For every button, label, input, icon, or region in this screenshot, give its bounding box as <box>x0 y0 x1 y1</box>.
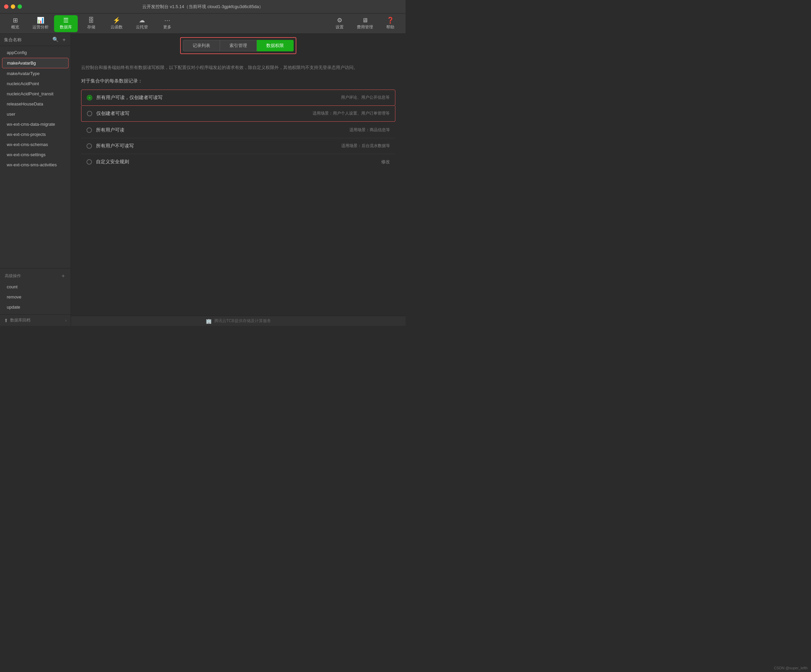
toolbar-database[interactable]: ☰ 数据库 <box>54 15 78 32</box>
maximize-button[interactable] <box>18 4 22 9</box>
tab-data-permission[interactable]: 数据权限 <box>257 40 294 51</box>
help-icon: ❓ <box>387 17 394 23</box>
permission-label-2: 所有用户可读 <box>96 127 350 133</box>
tcb-logo-icon: 🏢 <box>206 318 212 324</box>
toolbar-analytics-label: 运营分析 <box>32 24 49 30</box>
toolbar-database-label: 数据库 <box>60 24 72 30</box>
cloudhosting-icon: ☁ <box>139 17 145 23</box>
permission-none[interactable]: 所有用户不可读写 适用场景：后台流水数据等 <box>81 138 395 154</box>
sidebar-item-makeAvatarBg[interactable]: makeAvatarBg <box>2 58 69 68</box>
sidebar: 集合名称 🔍 ＋ appConfig makeAvatarBg makeAvat… <box>0 34 71 326</box>
toolbar-cloudhosting[interactable]: ☁ 云托管 <box>130 15 154 32</box>
sidebar-item-user[interactable]: user <box>2 109 69 119</box>
archive-icon: ⬆ <box>4 318 8 323</box>
toolbar-more[interactable]: ⋯ 更多 <box>155 15 179 32</box>
radio-custom <box>87 159 92 165</box>
window-controls <box>4 4 22 9</box>
toolbar: ⊞ 概览 📊 运营分析 ☰ 数据库 🗄 存储 ⚡ 云函数 ☁ 云托管 ⋯ 更多 … <box>0 14 406 34</box>
sidebar-advanced-header: 高级操作 ＋ <box>0 270 71 282</box>
toolbar-storage-label: 存储 <box>87 24 95 30</box>
toolbar-billing[interactable]: 🖥 费用管理 <box>353 15 377 32</box>
permission-label-3: 所有用户不可读写 <box>96 143 341 149</box>
add-collection-icon[interactable]: ＋ <box>61 37 66 43</box>
toolbar-overview[interactable]: ⊞ 概览 <box>3 15 27 32</box>
sidebar-collection-list: appConfig makeAvatarBg makeAvatarType nu… <box>0 46 71 268</box>
sidebar-footer-text: ⬆ 数据库回档 <box>4 317 31 323</box>
toolbar-cloudfunc-label: 云函数 <box>110 24 123 30</box>
permission-hint-3: 适用场景：后台流水数据等 <box>341 143 390 149</box>
permission-hint-1: 适用场景：用户个人设置、用户订单管理等 <box>312 110 390 116</box>
radio-none <box>87 143 92 149</box>
permission-creator-only[interactable]: 仅创建者可读写 适用场景：用户个人设置、用户订单管理等 <box>81 106 395 122</box>
section-label: 对于集合中的每条数据记录： <box>81 78 395 84</box>
sidebar-item-wx-ext-cms-data-migrate[interactable]: wx-ext-cms-data-migrate <box>2 119 69 129</box>
footer-text: 腾讯云TCB提供存储及计算服务 <box>214 318 271 324</box>
sidebar-item-wx-ext-cms-schemas[interactable]: wx-ext-cms-schemas <box>2 139 69 149</box>
sidebar-advanced-section: 高级操作 ＋ count remove update <box>0 268 71 314</box>
radio-all-read-creator-write <box>87 95 92 100</box>
chevron-right-icon: › <box>65 318 66 323</box>
analytics-icon: 📊 <box>37 17 44 23</box>
toolbar-right: ⚙ 设置 🖥 费用管理 ❓ 帮助 <box>328 15 402 32</box>
radio-creator-only <box>87 111 92 116</box>
sidebar-advanced-update[interactable]: update <box>2 302 69 312</box>
database-icon: ☰ <box>63 17 69 23</box>
toolbar-settings[interactable]: ⚙ 设置 <box>328 15 351 32</box>
toolbar-more-label: 更多 <box>163 24 171 30</box>
sidebar-item-wx-ext-cms-sms-activities[interactable]: wx-ext-cms-sms-activities <box>2 160 69 170</box>
toolbar-storage[interactable]: 🗄 存储 <box>80 15 103 32</box>
sidebar-item-nucleicAcidPoint[interactable]: nucleicAcidPoint <box>2 79 69 88</box>
sidebar-header: 集合名称 🔍 ＋ <box>0 34 71 46</box>
search-icon[interactable]: 🔍 <box>53 37 59 43</box>
sidebar-item-wx-ext-cms-settings[interactable]: wx-ext-cms-settings <box>2 150 69 160</box>
main-layout: 集合名称 🔍 ＋ appConfig makeAvatarBg makeAvat… <box>0 34 406 326</box>
toolbar-overview-label: 概览 <box>11 24 19 30</box>
settings-icon: ⚙ <box>337 17 342 23</box>
more-icon: ⋯ <box>164 17 170 23</box>
add-advanced-icon[interactable]: ＋ <box>61 272 66 280</box>
sidebar-item-appConfig[interactable]: appConfig <box>2 48 69 58</box>
content-body: 云控制台和服务端始终有所有数据读写权限，以下配置仅对小程序端发起的请求有效，除自… <box>71 58 406 316</box>
tab-highlight-box: 记录列表 索引管理 数据权限 <box>180 37 296 54</box>
tab-bar-wrapper: 记录列表 索引管理 数据权限 <box>71 34 406 58</box>
content: 记录列表 索引管理 数据权限 云控制台和服务端始终有所有数据读写权限，以下配置仅… <box>71 34 406 326</box>
radio-inner-selected <box>88 96 91 99</box>
toolbar-help-label: 帮助 <box>386 24 394 30</box>
sidebar-advanced-remove[interactable]: remove <box>2 292 69 302</box>
sidebar-item-nucleicAcidPoint-transit[interactable]: nucleicAcidPoint_transit <box>2 89 69 99</box>
permission-label-1: 仅创建者可读写 <box>96 110 312 117</box>
storage-icon: 🗄 <box>88 17 94 23</box>
overview-icon: ⊞ <box>13 17 18 23</box>
permission-label-0: 所有用户可读，仅创建者可读写 <box>96 95 341 101</box>
minimize-button[interactable] <box>11 4 15 9</box>
permission-hint-0: 用户评论、用户公开信息等 <box>341 95 390 100</box>
sidebar-advanced-count[interactable]: count <box>2 282 69 292</box>
radio-all-read <box>87 127 92 133</box>
sidebar-item-releaseHouseData[interactable]: releaseHouseData <box>2 99 69 109</box>
cloudfunc-icon: ⚡ <box>113 17 120 23</box>
permission-hint-2: 适用场景：商品信息等 <box>350 127 390 133</box>
sidebar-header-title: 集合名称 <box>4 37 22 43</box>
titlebar: 云开发控制台 v1.5.14（当前环境 cloud1-3gpkfcgu3d6c8… <box>0 0 406 14</box>
toolbar-cloudfunc[interactable]: ⚡ 云函数 <box>105 15 128 32</box>
sidebar-header-actions: 🔍 ＋ <box>53 37 66 43</box>
modify-button[interactable]: 修改 <box>381 159 390 165</box>
toolbar-help[interactable]: ❓ 帮助 <box>378 15 402 32</box>
permission-all-read-creator-write[interactable]: 所有用户可读，仅创建者可读写 用户评论、用户公开信息等 <box>81 90 395 106</box>
permission-custom[interactable]: 自定义安全规则 修改 <box>81 154 395 170</box>
tab-record-list[interactable]: 记录列表 <box>183 40 220 51</box>
tab-index-management[interactable]: 索引管理 <box>220 40 257 51</box>
toolbar-settings-label: 设置 <box>336 24 344 30</box>
close-button[interactable] <box>4 4 8 9</box>
sidebar-item-wx-ext-cms-projects[interactable]: wx-ext-cms-projects <box>2 129 69 139</box>
app-footer: 🏢 腾讯云TCB提供存储及计算服务 <box>71 316 406 326</box>
sidebar-footer[interactable]: ⬆ 数据库回档 › <box>0 314 71 326</box>
toolbar-analytics[interactable]: 📊 运营分析 <box>29 15 53 32</box>
toolbar-billing-label: 费用管理 <box>357 24 373 30</box>
window-title: 云开发控制台 v1.5.14（当前环境 cloud1-3gpkfcgu3d6c8… <box>142 4 263 10</box>
permission-label-4: 自定义安全规则 <box>96 159 239 165</box>
sidebar-advanced-title: 高级操作 <box>5 273 21 279</box>
permission-all-read[interactable]: 所有用户可读 适用场景：商品信息等 <box>81 122 395 138</box>
toolbar-cloudhosting-label: 云托管 <box>136 24 148 30</box>
sidebar-item-makeAvatarType[interactable]: makeAvatarType <box>2 69 69 78</box>
